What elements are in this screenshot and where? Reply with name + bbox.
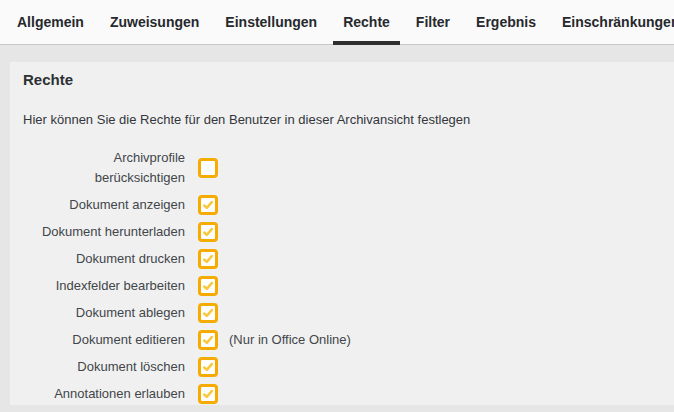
- tab-rechte[interactable]: Rechte: [333, 0, 400, 44]
- checkbox[interactable]: [198, 158, 218, 178]
- checkbox[interactable]: [198, 195, 218, 215]
- tab-label: Einschränkungen: [562, 14, 674, 30]
- tab-label: Einstellungen: [225, 14, 317, 30]
- check-icon: [202, 226, 214, 238]
- check-icon: [202, 388, 214, 400]
- rights-row: Archivprofile berücksichtigen: [23, 148, 661, 188]
- rights-panel: Rechte Hier können Sie die Rechte für de…: [10, 62, 674, 405]
- rights-row: Dokument löschen: [23, 357, 661, 377]
- tab-einschr-nkungen[interactable]: Einschränkungen: [552, 0, 674, 44]
- tab-label: Rechte: [343, 14, 390, 30]
- tab-label: Filter: [416, 14, 450, 30]
- rights-row: Indexfelder bearbeiten: [23, 276, 661, 296]
- checkbox-label: Archivprofile berücksichtigen: [23, 148, 185, 188]
- checkbox[interactable]: [198, 276, 218, 296]
- checkbox-label: Dokument löschen: [23, 357, 185, 377]
- tab-label: Allgemein: [17, 14, 84, 30]
- rights-row: Dokument anzeigen: [23, 195, 661, 215]
- tab-ergebnis[interactable]: Ergebnis: [466, 0, 546, 44]
- tab-label: Zuweisungen: [110, 14, 199, 30]
- checkbox-label: Dokument herunterladen: [23, 222, 185, 242]
- tab-label: Ergebnis: [476, 14, 536, 30]
- rights-row: Dokument drucken: [23, 249, 661, 269]
- check-icon: [202, 361, 214, 373]
- tab-einstellungen[interactable]: Einstellungen: [215, 0, 327, 44]
- checkbox-label: Dokument anzeigen: [23, 195, 185, 215]
- check-icon: [202, 199, 214, 211]
- check-icon: [202, 253, 214, 265]
- check-icon: [202, 280, 214, 292]
- rights-row: Dokument ablegen: [23, 303, 661, 323]
- rights-row: Dokument herunterladen: [23, 222, 661, 242]
- checkbox-label: Dokument ablegen: [23, 303, 185, 323]
- checkbox[interactable]: [198, 330, 218, 350]
- check-icon: [202, 334, 214, 346]
- rights-row: Dokument editieren (Nur in Office Online…: [23, 330, 661, 350]
- checkbox-label: Indexfelder bearbeiten: [23, 276, 185, 296]
- page-title: Rechte: [23, 70, 661, 90]
- checkbox-label: Dokument editieren: [23, 330, 185, 350]
- tab-zuweisungen[interactable]: Zuweisungen: [100, 0, 209, 44]
- tab-bar: Allgemein Zuweisungen Einstellungen Rech…: [0, 0, 674, 45]
- tab-allgemein[interactable]: Allgemein: [7, 0, 94, 44]
- checkbox[interactable]: [198, 303, 218, 323]
- checkbox[interactable]: [198, 357, 218, 377]
- checkbox[interactable]: [198, 222, 218, 242]
- rights-list: Archivprofile berücksichtigen Dokument a…: [23, 148, 661, 404]
- checkbox-label: Dokument drucken: [23, 249, 185, 269]
- check-icon: [202, 307, 214, 319]
- rights-row: Annotationen erlauben: [23, 384, 661, 404]
- checkbox[interactable]: [198, 384, 218, 404]
- checkbox-label: Annotationen erlauben: [23, 384, 185, 404]
- tab-filter[interactable]: Filter: [406, 0, 460, 44]
- checkbox[interactable]: [198, 249, 218, 269]
- checkbox-note: (Nur in Office Online): [229, 330, 351, 350]
- panel-description: Hier können Sie die Rechte für den Benut…: [23, 111, 661, 129]
